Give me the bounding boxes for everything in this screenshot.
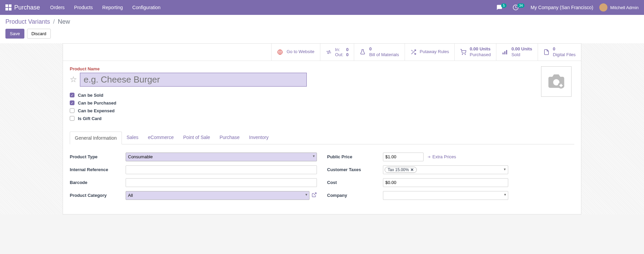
customer-taxes-input[interactable]: Tax 15.00% ✕ (383, 165, 508, 174)
category-label: Product Category (70, 193, 126, 198)
barcode-label: Barcode (70, 180, 126, 185)
category-select[interactable] (126, 191, 309, 200)
public-price-input[interactable] (383, 153, 424, 161)
control-panel: Product Variants / New Save Discard (0, 15, 644, 43)
extra-prices-link[interactable]: Extra Prices (427, 154, 456, 159)
save-button[interactable]: Save (5, 29, 24, 39)
cart-icon (460, 49, 466, 55)
nav-products[interactable]: Products (74, 5, 93, 10)
apps-icon[interactable] (5, 4, 12, 10)
file-icon (543, 49, 550, 55)
tab-sales[interactable]: Sales (122, 131, 143, 144)
company-select[interactable] (383, 191, 508, 200)
stat-bom[interactable]: 0Bill of Materials (354, 44, 404, 61)
stat-purchased[interactable]: 0.00 UnitsPurchased (454, 44, 496, 61)
camera-plus-icon (547, 72, 566, 91)
external-link-icon[interactable] (312, 192, 317, 199)
stat-transfers[interactable]: In:0 Out:0 (320, 44, 354, 61)
user-name: Mitchell Admin (610, 5, 639, 10)
breadcrumb-current: New (58, 18, 70, 25)
favorite-star[interactable]: ☆ (70, 75, 77, 84)
customer-taxes-label: Customer Taxes (327, 167, 383, 172)
breadcrumb-sep: / (53, 18, 55, 25)
is-gift-card-checkbox[interactable] (70, 116, 74, 121)
product-name-label: Product Name (70, 66, 541, 71)
bar-chart-icon (502, 49, 508, 55)
can-be-expensed-checkbox[interactable] (70, 108, 74, 113)
form-sheet: Go to Website In:0 Out:0 0Bill of Materi… (63, 43, 581, 214)
internal-ref-label: Internal Reference (70, 167, 126, 172)
svg-point-7 (465, 54, 466, 55)
barcode-input[interactable] (126, 178, 317, 187)
app-brand[interactable]: Purchase (14, 4, 40, 11)
activities-button[interactable]: 34 (513, 4, 524, 10)
user-menu[interactable]: Mitchell Admin (599, 3, 639, 11)
shuffle-icon (410, 49, 416, 55)
svg-rect-9 (505, 51, 506, 54)
breadcrumb: Product Variants / New (5, 18, 639, 25)
can-be-sold-checkbox[interactable]: ✓ (70, 93, 74, 97)
stat-digital[interactable]: 0Digital Files (538, 44, 581, 61)
transfer-icon (326, 49, 332, 55)
product-type-select[interactable] (126, 153, 317, 161)
nav-orders[interactable]: Orders (50, 5, 65, 10)
messages-badge: 5 (501, 3, 507, 8)
tab-point-of-sale[interactable]: Point of Sale (178, 131, 215, 144)
breadcrumb-root[interactable]: Product Variants (5, 18, 50, 25)
flask-icon (360, 49, 366, 55)
svg-rect-3 (9, 8, 12, 10)
tabs: General Information Sales eCommerce Poin… (70, 131, 574, 144)
avatar (599, 3, 607, 11)
svg-rect-1 (9, 4, 12, 7)
public-price-label: Public Price (327, 154, 383, 159)
company-selector[interactable]: My Company (San Francisco) (531, 5, 593, 10)
nav-configuration[interactable]: Configuration (132, 5, 160, 10)
tax-tag[interactable]: Tax 15.00% ✕ (385, 167, 417, 173)
globe-icon (277, 49, 283, 55)
discard-button[interactable]: Discard (27, 29, 51, 39)
top-navbar: Purchase Orders Products Reporting Confi… (0, 0, 644, 15)
svg-rect-2 (5, 8, 8, 10)
stat-bar: Go to Website In:0 Out:0 0Bill of Materi… (63, 44, 581, 61)
tax-remove-icon[interactable]: ✕ (410, 167, 414, 172)
stat-putaway[interactable]: Putaway Rules (405, 44, 455, 61)
nav-menu: Orders Products Reporting Configuration (50, 5, 496, 10)
activities-badge: 34 (517, 3, 524, 8)
cost-label: Cost (327, 180, 383, 185)
arrow-right-icon (427, 155, 431, 159)
can-be-purchased-checkbox[interactable]: ✓ (70, 100, 74, 105)
tab-inventory[interactable]: Inventory (244, 131, 274, 144)
product-type-label: Product Type (70, 154, 126, 159)
tab-ecommerce[interactable]: eCommerce (143, 131, 178, 144)
tab-purchase[interactable]: Purchase (215, 131, 244, 144)
internal-ref-input[interactable] (126, 165, 317, 174)
svg-rect-10 (506, 50, 507, 54)
svg-rect-0 (5, 4, 8, 7)
svg-point-6 (462, 54, 463, 55)
stat-sold[interactable]: 0.00 UnitsSold (496, 44, 537, 61)
stat-website[interactable]: Go to Website (271, 44, 320, 61)
tab-general-information[interactable]: General Information (70, 132, 122, 144)
cost-input[interactable] (383, 178, 508, 187)
product-image-upload[interactable] (541, 66, 572, 97)
nav-reporting[interactable]: Reporting (102, 5, 123, 10)
company-label: Company (327, 193, 383, 198)
product-name-input[interactable] (80, 73, 307, 87)
svg-rect-8 (503, 52, 504, 54)
messages-button[interactable]: 5 (496, 4, 507, 10)
